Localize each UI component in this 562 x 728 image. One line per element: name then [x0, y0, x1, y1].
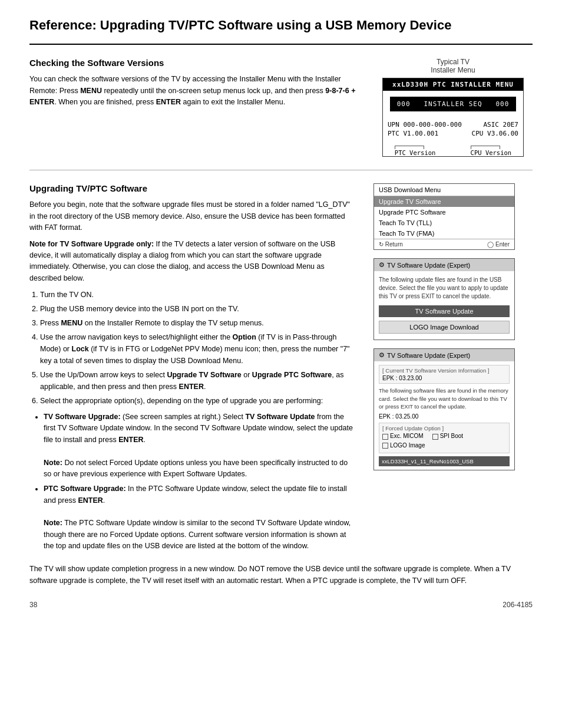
section1-menu-keyword: MENU: [80, 87, 102, 95]
page-footer: 38 206-4185: [29, 601, 533, 609]
footer-note: The TV will show update completion progr…: [29, 563, 533, 587]
section2-heading: Upgrading TV/PTC Software: [29, 183, 356, 193]
tv-update-btn-1: TV Software Update: [379, 305, 510, 317]
bullet2: PTC Software Upgrade: In the PTC Softwar…: [44, 483, 356, 552]
tv-update-header-1: ⚙ TV Software Update (Expert): [374, 259, 514, 271]
expert-filename: xxLD333H_v1_11_RevNo1003_USB: [379, 456, 510, 466]
expert-header-text: TV Software Update (Expert): [387, 352, 470, 359]
usb-menu-item-4: Teach To TV (FMA): [374, 228, 514, 239]
section1-text3: . When you are finished, press: [54, 98, 156, 106]
checkbox-spi-box: [432, 434, 438, 440]
section-checking-versions: Checking the Software Versions You can c…: [29, 58, 533, 157]
section-divider: [29, 170, 533, 170]
page-number: 38: [29, 601, 37, 609]
expert-body: [ Current TV Software Version Informatio…: [374, 361, 514, 470]
imb-ptc: PTC V1.00.001 CPU V3.06.00: [388, 130, 518, 137]
tv-update-body-1: The following update files are found in …: [374, 271, 514, 340]
checkbox-logo-box: [382, 443, 388, 449]
note1-bold: Note for TV Software Upgrade only:: [29, 240, 154, 248]
step4-option: Option: [233, 333, 256, 341]
usb-menu-box: USB Download Menu Upgrade TV Software Up…: [373, 183, 515, 250]
step3-menu: MENU: [61, 319, 82, 327]
step1: Turn the TV ON.: [40, 289, 356, 301]
usb-menu-item-3: Teach To TV (TLL): [374, 218, 514, 228]
expert-checkbox-row2: LOGO Image: [382, 442, 506, 449]
expert-header: ⚙ TV Software Update (Expert): [374, 349, 514, 361]
checkbox-spi: SPI Boot: [432, 433, 463, 439]
check1-label: Exc. MICOM: [390, 433, 424, 439]
step4-lock: Lock: [72, 345, 89, 353]
check2-label: SPI Boot: [440, 433, 463, 439]
step5-mid: or: [242, 371, 252, 379]
section2-intro: Before you begin, note that the software…: [29, 199, 356, 233]
ptc-version-label: PTC Version: [395, 146, 436, 156]
check3-label: LOGO Image: [390, 442, 425, 449]
section1-right: Typical TVInstaller Menu xxLD330H PTC IN…: [373, 58, 533, 157]
step3-rest: on the Installer Remote to display the T…: [82, 319, 264, 327]
section2-note1: Note for TV Software Upgrade only: If th…: [29, 239, 356, 285]
expert-desc: The following software files are found i…: [379, 387, 510, 410]
installer-menu-box: xxLD330H PTC INSTALLER MENU 000 INSTALLE…: [382, 78, 524, 157]
expert-forced-label: [ Forced Update Option ]: [382, 425, 506, 431]
tv-update-desc-1: The following update files are found in …: [379, 276, 510, 301]
bullet1-note-bold: Note:: [44, 459, 62, 467]
imb-upn: UPN 000-000-000-000 ASIC 20E7: [388, 121, 518, 129]
bullet2-enter: ENTER: [78, 496, 103, 505]
expert-forced-section: [ Forced Update Option ] Exc. MICOM SPI …: [379, 423, 510, 453]
section1-enter-keyword: ENTER: [156, 98, 181, 106]
expert-current-section: [ Current TV Software Version Informatio…: [379, 365, 510, 384]
usb-menu-item-1: Upgrade TV Software: [374, 196, 514, 207]
tv-update-header-icon: ⚙: [379, 261, 385, 269]
bullet1-text: (See screen samples at right.) Select: [121, 413, 246, 421]
step5-ptc: Upgrade PTC Software: [252, 371, 332, 379]
step4: Use the arrow navigation keys to select/…: [40, 331, 356, 367]
checkbox-logo: LOGO Image: [382, 442, 425, 449]
usb-menu-title: USB Download Menu: [374, 184, 514, 196]
bullet2-bold: PTC Software Upgrade:: [44, 485, 126, 493]
section1-left: Checking the Software Versions You can c…: [29, 58, 356, 157]
imb-body: UPN 000-000-000-000 ASIC 20E7 PTC V1.00.…: [383, 117, 523, 143]
section1-body: You can check the software versions of t…: [29, 74, 356, 108]
installer-menu-label: Typical TVInstaller Menu: [431, 58, 475, 74]
bullet-list: TV Software Upgrade: (See screen samples…: [35, 411, 356, 552]
checkbox-micom: Exc. MICOM: [382, 433, 424, 439]
section-upgrading: Upgrading TV/PTC Software Before you beg…: [29, 183, 533, 555]
step5-upgrade: Upgrade TV Software: [167, 371, 241, 379]
bullet1: TV Software Upgrade: (See screen samples…: [44, 411, 356, 480]
expert-current-label: [ Current TV Software Version Informatio…: [382, 367, 506, 374]
step6: Select the appropriate option(s), depend…: [40, 395, 356, 407]
bullet1-bold: TV Software Upgrade:: [44, 413, 121, 421]
bracket-area: PTC Version CPU Version: [383, 144, 523, 156]
usb-menu-footer: ↻ Return ◯ Enter: [374, 239, 514, 249]
tv-update-header-text: TV Software Update (Expert): [387, 262, 470, 269]
expert-header-icon: ⚙: [379, 351, 385, 359]
expert-current-epk: EPK : 03.23.00: [382, 375, 506, 381]
section1-text2: repeatedly until the on-screen setup men…: [102, 87, 325, 95]
usb-menu-item-2: Upgrade PTC Software: [374, 207, 514, 218]
step5: Use the Up/Down arrow keys to select Upg…: [40, 369, 356, 393]
tv-update-box-1: ⚙ TV Software Update (Expert) The follow…: [373, 258, 515, 340]
expert-checkbox-row1: Exc. MICOM SPI Boot: [382, 433, 506, 439]
expert-new-epk: EPK : 03.25.00: [379, 413, 510, 420]
page-title: Reference: Upgrading TV/PTC Software usi…: [29, 18, 533, 33]
step2: Plug the USB memory device into the USB …: [40, 303, 356, 315]
section2-left: Upgrading TV/PTC Software Before you beg…: [29, 183, 356, 555]
doc-number: 206-4185: [503, 601, 533, 609]
section1-heading: Checking the Software Versions: [29, 58, 356, 68]
section2-body: Before you begin, note that the software…: [29, 199, 356, 552]
bullet2-note-bold: Note:: [44, 519, 62, 527]
step5-enter: and then press ENTER: [128, 383, 204, 391]
step3: Press MENU on the Installer Remote to di…: [40, 317, 356, 329]
bullet1-note: Do not select Forced Update options unle…: [44, 459, 348, 478]
bullet1-end: .: [144, 436, 146, 444]
expert-box: ⚙ TV Software Update (Expert) [ Current …: [373, 348, 515, 470]
bullet1-select: TV Software Update: [245, 413, 315, 421]
imb-header: xxLD330H PTC INSTALLER MENU: [383, 78, 523, 91]
tv-update-btn-2: LOGO Image Download: [379, 321, 510, 334]
section1-text4: again to exit the Installer Menu.: [181, 98, 285, 106]
section2-right: USB Download Menu Upgrade TV Software Up…: [373, 183, 533, 555]
usb-footer-enter: ◯ Enter: [487, 241, 510, 248]
bullet1-enter: ENTER: [118, 436, 143, 444]
installer-menu-wrap: Typical TVInstaller Menu xxLD330H PTC IN…: [373, 58, 533, 157]
bullet2-note: The PTC Software Update window is simila…: [44, 519, 351, 550]
